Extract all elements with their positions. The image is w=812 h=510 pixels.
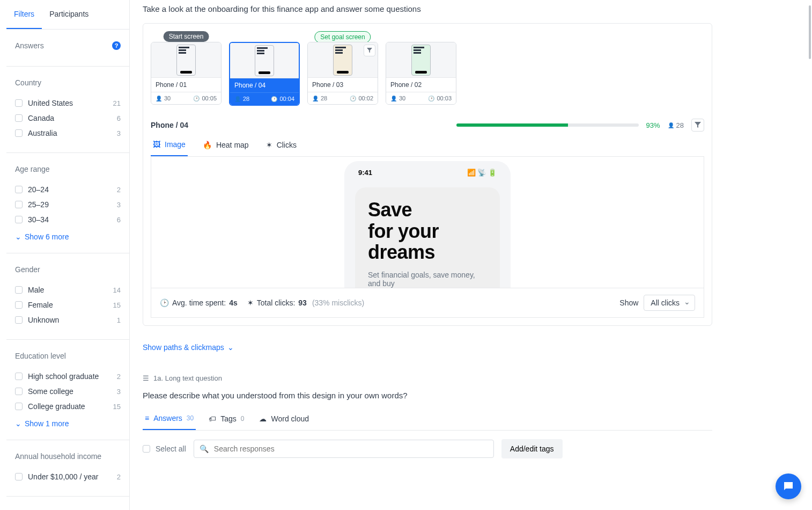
filter-row[interactable]: Unknown1	[15, 312, 121, 327]
filter-group: CountryUnited States21Canada6Australia3	[6, 67, 129, 153]
main-content: Take a look at the onboarding for this f…	[130, 0, 725, 510]
filter-row[interactable]: High school graduate2	[15, 369, 121, 384]
help-icon[interactable]: ?	[112, 41, 121, 50]
chat-fab[interactable]	[776, 473, 801, 499]
thumb-title: Phone / 02	[386, 77, 456, 92]
show-select[interactable]: All clicks	[644, 295, 695, 311]
filter-group-title: Country	[15, 78, 41, 87]
show-more-link[interactable]: ⌄ Show 6 more	[15, 227, 121, 241]
phone-mock	[176, 45, 196, 76]
search-input[interactable]	[214, 445, 488, 453]
filter-group: Annual household incomeUnder $10,000 / y…	[6, 440, 129, 497]
show-more-link[interactable]: ⌄ Show 1 more	[15, 414, 121, 428]
filter-label: Unknown	[28, 316, 59, 324]
thumb-meta: 👤28 🕑00:02	[308, 92, 378, 104]
filter-label: Canada	[28, 114, 54, 122]
filter-button[interactable]	[691, 119, 704, 132]
tab-participants[interactable]: Participants	[42, 0, 96, 29]
filter-row[interactable]: United States21	[15, 96, 121, 111]
section-answers: Answers ?	[6, 30, 129, 67]
cursor-icon: ✶	[266, 141, 272, 149]
filter-label: College graduate	[28, 402, 85, 411]
thumbs-row: Start screen Phone / 01 👤30 🕑00:05 Phone…	[151, 31, 704, 106]
filter-checkbox[interactable]	[15, 286, 23, 294]
select-all[interactable]: Select all	[143, 445, 186, 453]
clock-icon: 🕑	[428, 96, 434, 101]
filter-count: 15	[113, 403, 121, 411]
filter-checkbox[interactable]	[15, 388, 23, 395]
clock-icon: 🕑	[193, 96, 200, 101]
filter-row[interactable]: 30–346	[15, 212, 121, 227]
tag-icon: 🏷	[209, 414, 216, 423]
filter-checkbox[interactable]	[15, 99, 23, 107]
thumb-meta: 👤30 🕑00:03	[386, 92, 456, 104]
filter-checkbox[interactable]	[15, 201, 23, 208]
thumb-meta: 👤30 🕑00:05	[151, 92, 221, 104]
screen-thumb-wrapper: Phone / 02 👤30 🕑00:03	[386, 31, 456, 106]
filter-checkbox[interactable]	[15, 403, 23, 410]
filter-row[interactable]: Canada6	[15, 111, 121, 126]
progress-pct: 93%	[646, 121, 660, 129]
filter-row[interactable]: Male14	[15, 282, 121, 297]
filter-row[interactable]: Female15	[15, 297, 121, 312]
filter-checkbox[interactable]	[15, 129, 23, 137]
chevron-down-icon: ⌄	[15, 419, 21, 428]
filter-label: 20–24	[28, 185, 49, 194]
filter-label: Some college	[28, 387, 73, 396]
view-tab-image[interactable]: 🖼 Image	[151, 140, 188, 156]
screen-thumb[interactable]: Phone / 02 👤30 🕑00:03	[386, 42, 456, 105]
filter-row[interactable]: Australia3	[15, 126, 121, 141]
response-tabs: ≡ Answers 30 🏷 Tags 0 ☁ Word cloud	[143, 400, 712, 431]
people-icon: 👤	[668, 122, 674, 128]
resp-tab-tags[interactable]: 🏷 Tags 0	[206, 414, 246, 430]
screen-thumb[interactable]: Phone / 04 👤28 🕑00:04	[229, 42, 300, 106]
filter-row[interactable]: Under $10,000 / year2	[15, 469, 121, 484]
screen-thumb[interactable]: Phone / 01 👤30 🕑00:05	[151, 42, 222, 105]
screen-thumb[interactable]: Phone / 03 👤28 🕑00:02	[307, 42, 378, 105]
filter-group: Age range20–24225–29330–346⌄ Show 6 more	[6, 153, 129, 253]
screen-bar: Phone / 04 93% 👤28	[151, 119, 704, 132]
filter-checkbox[interactable]	[15, 373, 23, 380]
filter-checkbox[interactable]	[15, 216, 23, 223]
filter-count: 3	[117, 129, 121, 137]
filter-checkbox[interactable]	[15, 316, 23, 324]
filter-checkbox[interactable]	[15, 301, 23, 309]
response-controls: Select all 🔍 Add/edit tags	[143, 431, 712, 458]
screen-name: Phone / 04	[151, 121, 188, 129]
show-paths-link[interactable]: Show paths & clickmaps ⌄	[143, 343, 234, 352]
avg-time-stat: 🕑 Avg. time spent: 4s	[160, 298, 238, 307]
filter-count: 14	[113, 286, 121, 294]
fire-icon: 🔥	[203, 141, 212, 149]
filter-row[interactable]: 25–293	[15, 197, 121, 212]
view-tab-clicks[interactable]: ✶ Clicks	[264, 140, 299, 156]
search-responses[interactable]: 🔍	[194, 440, 494, 458]
select-all-checkbox[interactable]	[143, 445, 150, 453]
filter-count: 1	[117, 316, 121, 324]
thumb-filter-chip[interactable]	[364, 45, 375, 56]
chevron-down-icon: ⌄	[15, 232, 21, 241]
sidebar-tabs: Filters Participants	[6, 0, 129, 30]
scrollbar-hint	[809, 5, 811, 59]
list-icon: ≡	[145, 414, 149, 422]
filter-checkbox[interactable]	[15, 186, 23, 193]
resp-tab-answers[interactable]: ≡ Answers 30	[143, 414, 196, 430]
total-clicks-stat: ✶ Total clicks: 93 (33% misclicks)	[247, 298, 364, 307]
show-label: Show	[619, 298, 638, 307]
funnel-icon	[695, 122, 701, 128]
resp-tab-wordcloud[interactable]: ☁ Word cloud	[257, 414, 311, 430]
answers-label: Answers	[15, 41, 44, 50]
add-edit-tags-button[interactable]: Add/edit tags	[501, 439, 563, 458]
filter-row[interactable]: 20–242	[15, 182, 121, 197]
stats-row: 🕑 Avg. time spent: 4s ✶ Total clicks: 93…	[151, 288, 704, 318]
filter-row[interactable]: Some college3	[15, 384, 121, 399]
thumbnails-card: Start screen Phone / 01 👤30 🕑00:05 Phone…	[143, 23, 712, 326]
filter-checkbox[interactable]	[15, 114, 23, 122]
filter-checkbox[interactable]	[15, 473, 23, 480]
filter-row[interactable]: College graduate15	[15, 399, 121, 414]
tab-filters[interactable]: Filters	[6, 0, 42, 29]
thumb-title: Phone / 01	[151, 77, 221, 92]
view-tab-heatmap[interactable]: 🔥 Heat map	[201, 140, 251, 156]
preview-box: 9:41 📶 📡 🔋 Save for your dreams Set fina…	[151, 157, 704, 288]
sidebar: Filters Participants Answers ? CountryUn…	[6, 0, 130, 510]
filter-count: 3	[117, 201, 121, 209]
